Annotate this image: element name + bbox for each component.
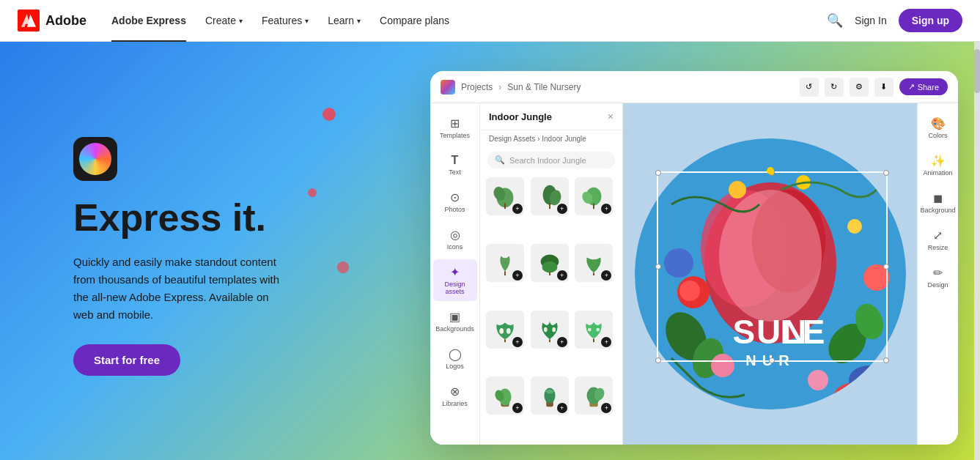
sidebar-item-photos[interactable]: ⊙ Photos bbox=[433, 185, 477, 219]
nav-links: Adobe Express Create ▾ Features ▾ Learn … bbox=[104, 0, 827, 42]
chevron-down-icon: ▾ bbox=[357, 17, 361, 25]
sidebar-item-design-assets[interactable]: ✦ Design assets bbox=[433, 259, 477, 301]
nav-adobe-express[interactable]: Adobe Express bbox=[104, 0, 194, 42]
settings-button[interactable]: ⚙ bbox=[850, 78, 869, 97]
plant-item-11[interactable]: + bbox=[531, 376, 569, 415]
svg-point-47 bbox=[847, 219, 862, 234]
design-assets-panel: Indoor Jungle × Design Assets › Indoor J… bbox=[480, 103, 623, 445]
plant-item-8[interactable]: + bbox=[531, 311, 569, 349]
nav-compare-plans[interactable]: Compare plans bbox=[372, 0, 457, 42]
panel-close-button[interactable]: × bbox=[608, 111, 614, 122]
sign-up-button[interactable]: Sign up bbox=[899, 9, 962, 32]
plant-item-4[interactable]: + bbox=[486, 244, 524, 282]
add-plant-icon[interactable]: + bbox=[512, 270, 523, 281]
add-plant-icon[interactable]: + bbox=[601, 403, 611, 413]
page-scrollbar[interactable] bbox=[974, 42, 980, 460]
svg-point-15 bbox=[506, 328, 511, 334]
add-plant-icon[interactable]: + bbox=[512, 204, 523, 214]
photos-icon: ⊙ bbox=[450, 190, 460, 204]
app-sidebar: ⊞ Templates T Text ⊙ Photos ◎ Icons ✦ bbox=[430, 103, 480, 445]
plant-item-10[interactable]: + bbox=[486, 376, 524, 415]
add-plant-icon[interactable]: + bbox=[601, 337, 611, 347]
right-panel-label-colors: Colors bbox=[928, 132, 947, 139]
adobe-logo[interactable]: Adobe bbox=[18, 10, 86, 31]
plant-item-2[interactable]: + bbox=[531, 177, 569, 215]
add-plant-icon[interactable]: + bbox=[512, 403, 523, 413]
right-panel-animation[interactable]: ✨ Animation bbox=[919, 148, 957, 182]
backgrounds-icon: ▣ bbox=[449, 310, 460, 324]
navbar: Adobe Adobe Express Create ▾ Features ▾ … bbox=[0, 0, 980, 42]
right-panel-label-design: Design bbox=[927, 281, 948, 289]
deco-dot-1 bbox=[323, 108, 336, 121]
sidebar-item-templates[interactable]: ⊞ Templates bbox=[433, 111, 477, 145]
nav-features[interactable]: Features ▾ bbox=[254, 0, 316, 42]
svg-point-21 bbox=[597, 327, 600, 331]
plant-item-12[interactable]: + bbox=[575, 376, 613, 415]
right-panel-design[interactable]: ✏ Design bbox=[919, 260, 957, 294]
plant-item-7[interactable]: + bbox=[486, 311, 524, 349]
panel-search[interactable]: 🔍 Search Indoor Jungle bbox=[487, 152, 615, 168]
rotation-handle[interactable] bbox=[767, 167, 774, 174]
sidebar-item-icons[interactable]: ◎ Icons bbox=[433, 222, 477, 256]
redo-button[interactable]: ↻ bbox=[825, 78, 844, 97]
search-icon: 🔍 bbox=[495, 155, 505, 165]
search-icon[interactable]: 🔍 bbox=[827, 12, 843, 29]
svg-text:NUR: NUR bbox=[745, 352, 795, 368]
add-plant-icon[interactable]: + bbox=[557, 204, 567, 214]
chevron-down-icon: ▾ bbox=[239, 17, 243, 25]
sidebar-item-text[interactable]: T Text bbox=[433, 148, 477, 182]
sidebar-item-libraries[interactable]: ⊗ Libraries bbox=[433, 379, 477, 413]
right-panel-background[interactable]: ◼ Background bbox=[919, 185, 957, 220]
search-input[interactable]: Search Indoor Jungle bbox=[509, 156, 586, 165]
download-button[interactable]: ⬇ bbox=[874, 78, 894, 97]
breadcrumb-projects[interactable]: Projects bbox=[461, 82, 493, 92]
svg-rect-16 bbox=[504, 339, 506, 342]
svg-point-14 bbox=[499, 328, 504, 334]
add-plant-icon[interactable]: + bbox=[512, 337, 523, 347]
svg-rect-2 bbox=[504, 204, 506, 209]
add-plant-icon[interactable]: + bbox=[557, 337, 567, 347]
plant-item-5[interactable]: + bbox=[531, 244, 569, 282]
add-plant-icon[interactable]: + bbox=[601, 204, 611, 214]
plant-item-1[interactable]: + bbox=[486, 177, 524, 215]
text-icon: T bbox=[452, 154, 459, 167]
svg-point-20 bbox=[588, 327, 592, 331]
app-right-panel: 🎨 Colors ✨ Animation ◼ Background ⤢ Resi… bbox=[917, 103, 958, 445]
svg-rect-5 bbox=[549, 204, 550, 209]
add-plant-icon[interactable]: + bbox=[557, 270, 567, 281]
libraries-icon: ⊗ bbox=[450, 385, 460, 398]
plant-grid: + + + + bbox=[480, 173, 622, 445]
scrollbar-thumb[interactable] bbox=[974, 49, 980, 93]
sidebar-item-backgrounds[interactable]: ▣ Backgrounds bbox=[433, 304, 477, 338]
nav-create[interactable]: Create ▾ bbox=[198, 0, 250, 42]
sidebar-label-photos: Photos bbox=[444, 206, 465, 213]
right-panel-resize[interactable]: ⤢ Resize bbox=[919, 223, 957, 257]
add-plant-icon[interactable]: + bbox=[557, 403, 567, 413]
sidebar-label-libraries: Libraries bbox=[442, 400, 468, 407]
svg-point-49 bbox=[808, 370, 828, 390]
sign-in-link[interactable]: Sign In bbox=[855, 15, 887, 26]
app-canvas: SUN LE NUR bbox=[623, 103, 917, 445]
hero-subtext: Quickly and easily make standout content… bbox=[73, 253, 286, 324]
right-panel-label-resize: Resize bbox=[928, 244, 948, 251]
start-for-free-button[interactable]: Start for free bbox=[73, 344, 180, 376]
breadcrumb-separator: › bbox=[498, 82, 501, 92]
svg-rect-12 bbox=[549, 272, 550, 275]
nav-learn[interactable]: Learn ▾ bbox=[320, 0, 368, 42]
sidebar-item-logos[interactable]: ◯ Logos bbox=[433, 341, 477, 376]
right-panel-colors[interactable]: 🎨 Colors bbox=[919, 111, 957, 145]
svg-point-17 bbox=[544, 327, 548, 332]
svg-rect-8 bbox=[593, 204, 594, 209]
breadcrumb-current: Sun & Tile Nursery bbox=[507, 82, 581, 92]
design-assets-icon: ✦ bbox=[450, 265, 460, 279]
undo-button[interactable]: ↺ bbox=[800, 78, 819, 97]
share-button[interactable]: ↗ Share bbox=[899, 78, 948, 95]
panel-header: Indoor Jungle × bbox=[480, 103, 622, 130]
add-plant-icon[interactable]: + bbox=[601, 270, 611, 281]
plant-item-3[interactable]: + bbox=[575, 177, 613, 215]
plant-item-9[interactable]: + bbox=[575, 311, 613, 349]
deco-dot-3 bbox=[337, 261, 349, 273]
hero-left-content: Express it. Quickly and easily make stan… bbox=[73, 137, 308, 376]
app-screenshot: Projects › Sun & Tile Nursery ↺ ↻ ⚙ ⬇ ↗ … bbox=[430, 71, 958, 445]
plant-item-6[interactable]: + bbox=[575, 244, 613, 282]
